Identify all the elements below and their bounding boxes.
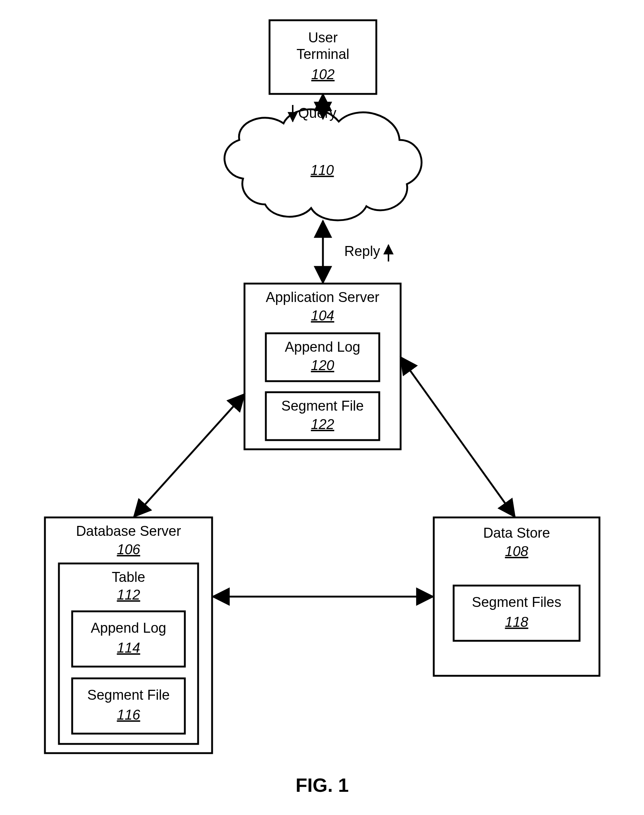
append-log-114-title: Append Log <box>91 620 166 635</box>
app-server-box: Application Server 104 Append Log 120 Se… <box>244 284 400 449</box>
segment-file-122-title: Segment File <box>281 398 364 414</box>
edge-appserver-datastore <box>400 357 515 517</box>
reply-annotation: Reply <box>344 243 388 261</box>
cloud-ref: 110 <box>310 163 334 178</box>
reply-label: Reply <box>344 243 380 259</box>
segment-file-122-box: Segment File 122 <box>266 392 379 440</box>
append-log-120-title: Append Log <box>285 339 360 355</box>
db-server-ref: 106 <box>117 542 140 557</box>
app-server-ref: 104 <box>311 308 334 323</box>
data-store-ref: 108 <box>505 543 528 559</box>
db-server-title: Database Server <box>76 523 181 539</box>
segment-file-116-ref: 116 <box>117 707 140 723</box>
segment-file-116-title: Segment File <box>87 687 170 703</box>
cloud-network: 110 <box>225 109 422 220</box>
append-log-114-box: Append Log 114 <box>72 611 185 666</box>
edge-appserver-dbserver <box>134 394 244 517</box>
query-label: Query <box>298 105 336 121</box>
segment-files-118-title: Segment Files <box>472 594 561 610</box>
svg-rect-9 <box>72 678 185 734</box>
svg-rect-8 <box>72 611 185 666</box>
segment-files-118-ref: 118 <box>505 614 528 630</box>
segment-files-118-box: Segment Files 118 <box>454 586 580 641</box>
data-store-title: Data Store <box>483 525 550 541</box>
append-log-120-ref: 120 <box>311 358 334 373</box>
segment-file-122-ref: 122 <box>311 416 334 432</box>
app-server-title: Application Server <box>266 290 380 305</box>
user-terminal-label2: Terminal <box>296 46 350 62</box>
data-store-box: Data Store 108 Segment Files 118 <box>434 517 600 676</box>
table-112-box: Table 112 Append Log 114 Segment File 11… <box>59 563 198 744</box>
db-server-box: Database Server 106 Table 112 Append Log… <box>45 517 212 753</box>
append-log-114-ref: 114 <box>117 640 140 655</box>
query-annotation: Query <box>293 105 336 121</box>
segment-file-116-box: Segment File 116 <box>72 678 185 734</box>
append-log-120-box: Append Log 120 <box>266 333 379 381</box>
user-terminal-label1: User <box>308 30 338 45</box>
table-112-ref: 112 <box>117 587 140 603</box>
svg-rect-11 <box>454 586 580 641</box>
table-112-title: Table <box>112 569 146 585</box>
user-terminal-box: User Terminal 102 <box>270 20 376 94</box>
user-terminal-ref: 102 <box>311 67 334 82</box>
figure-label: FIG. 1 <box>296 775 349 796</box>
